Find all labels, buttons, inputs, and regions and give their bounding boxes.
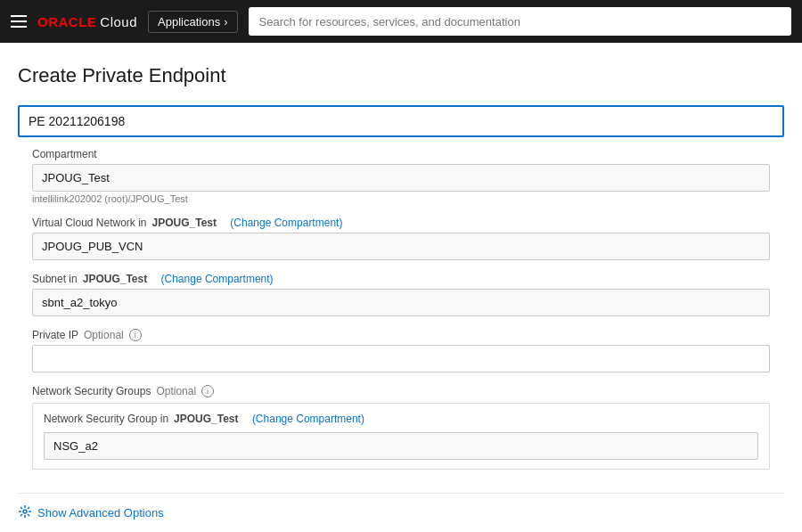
nsg-value: NSG_a2 bbox=[44, 432, 758, 460]
private-ip-field-group: Private IP Optional i bbox=[32, 329, 770, 372]
subnet-change-compartment-link[interactable]: (Change Compartment) bbox=[161, 273, 274, 285]
svg-line-8 bbox=[20, 507, 22, 509]
nsg-field-group: Network Security Groups Optional i Netwo… bbox=[32, 385, 770, 470]
subnet-label: Subnet in JPOUG_Test (Change Compartment… bbox=[32, 273, 770, 285]
private-ip-label: Private IP Optional i bbox=[32, 329, 770, 341]
nsg-change-compartment-link[interactable]: (Change Compartment) bbox=[252, 413, 364, 425]
subnet-value: sbnt_a2_tokyo bbox=[32, 289, 770, 316]
private-ip-input[interactable] bbox=[32, 345, 770, 372]
global-search-input[interactable] bbox=[249, 7, 792, 36]
compartment-label: Compartment bbox=[32, 148, 770, 160]
nsg-info-icon[interactable]: i bbox=[201, 385, 214, 397]
svg-rect-0 bbox=[11, 15, 27, 17]
page-title: Create Private Endpoint bbox=[18, 64, 784, 87]
svg-rect-2 bbox=[11, 26, 27, 28]
main-content: Create Private Endpoint Compartment JPOU… bbox=[0, 43, 802, 532]
svg-line-9 bbox=[28, 514, 29, 516]
vcn-label: Virtual Cloud Network in JPOUG_Test (Cha… bbox=[32, 217, 770, 229]
nsg-section-header: Network Security Group in JPOUG_Test (Ch… bbox=[44, 413, 758, 425]
svg-point-3 bbox=[23, 510, 27, 513]
advanced-options-row: Show Advanced Options bbox=[18, 493, 784, 532]
hamburger-menu-icon[interactable] bbox=[11, 15, 27, 28]
oracle-cloud-logo: ORACLE Cloud bbox=[37, 14, 137, 29]
vcn-value: JPOUG_PUB_VCN bbox=[32, 233, 770, 260]
show-advanced-options-link[interactable]: Show Advanced Options bbox=[37, 506, 164, 520]
compartment-field-group: Compartment JPOUG_Test intellilink202002… bbox=[32, 148, 770, 204]
svg-line-10 bbox=[28, 507, 29, 509]
oracle-text: ORACLE bbox=[37, 14, 96, 29]
svg-rect-1 bbox=[11, 20, 27, 22]
svg-line-11 bbox=[20, 514, 22, 516]
app-header: ORACLE Cloud Applications › bbox=[0, 0, 802, 43]
name-input-row bbox=[18, 105, 784, 137]
compartment-value: JPOUG_Test bbox=[32, 164, 770, 192]
nsg-label: Network Security Groups Optional i bbox=[32, 385, 770, 397]
private-ip-info-icon[interactable]: i bbox=[129, 329, 142, 341]
vcn-field-group: Virtual Cloud Network in JPOUG_Test (Cha… bbox=[32, 217, 770, 260]
cloud-text: Cloud bbox=[100, 14, 137, 29]
endpoint-name-input[interactable] bbox=[18, 105, 784, 137]
nsg-section: Network Security Group in JPOUG_Test (Ch… bbox=[32, 403, 770, 470]
subnet-field-group: Subnet in JPOUG_Test (Change Compartment… bbox=[32, 273, 770, 316]
advanced-options-icon bbox=[18, 504, 32, 521]
compartment-path: intellilink202002 (root)/JPOUG_Test bbox=[32, 193, 770, 204]
form-fields: Compartment JPOUG_Test intellilink202002… bbox=[18, 137, 784, 493]
applications-nav-button[interactable]: Applications › bbox=[148, 11, 237, 33]
vcn-change-compartment-link[interactable]: (Change Compartment) bbox=[230, 217, 342, 229]
